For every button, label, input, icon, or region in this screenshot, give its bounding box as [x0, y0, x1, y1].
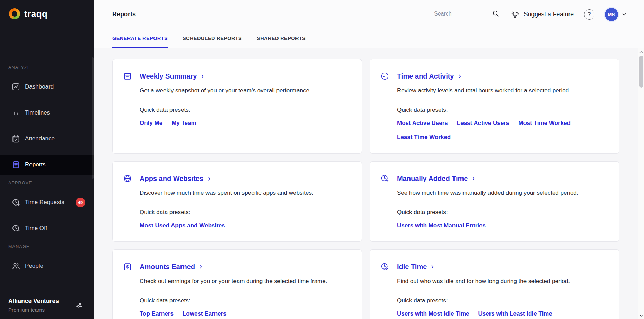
header: Reports Suggest a Feature ? — [94, 0, 644, 29]
chevron-down-icon — [621, 11, 627, 17]
team-settings-button[interactable] — [75, 299, 87, 311]
preset-link[interactable]: Most Used Apps and Websites — [140, 221, 225, 230]
scroll-thumb[interactable] — [639, 56, 643, 88]
card-title-link[interactable]: Weekly Summary — [140, 72, 205, 80]
preset-link[interactable]: My Team — [171, 119, 196, 127]
sidebar-item-time-requests[interactable]: Time Requests 49 — [0, 192, 94, 212]
tab-label: GENERATE REPORTS — [112, 36, 168, 41]
sidebar-item-label: Attendance — [25, 135, 55, 142]
card-title-link[interactable]: Idle Time — [397, 263, 435, 271]
sidebar-scrollbar-thumb[interactable] — [92, 57, 94, 179]
idle-clock-icon — [380, 262, 389, 271]
presets-label: Quick data presets: — [140, 297, 351, 305]
avatar: MS — [605, 8, 618, 21]
sidebar-item-reports[interactable]: Reports — [0, 155, 94, 175]
tab-generate-reports[interactable]: GENERATE REPORTS — [112, 29, 168, 48]
nav-section-analyze: ANALYZE Dashboard Timelines — [0, 65, 94, 175]
preset-link[interactable]: Most Active Users — [397, 119, 448, 127]
sidebar-item-dashboard[interactable]: Dashboard — [0, 77, 94, 97]
preset-link[interactable]: Least Time Worked — [397, 133, 451, 142]
presets-label: Quick data presets: — [140, 208, 351, 217]
sidebar-item-label: Time Off — [25, 225, 47, 232]
team-plan: Premium teams — [8, 307, 59, 313]
card-title-text: Idle Time — [397, 263, 427, 271]
card-title-link[interactable]: Time and Activity — [397, 72, 462, 80]
preset-link[interactable]: Least Active Users — [457, 119, 510, 127]
preset-link[interactable]: Top Earners — [140, 310, 174, 318]
lightbulb-icon — [511, 10, 520, 19]
content: Weekly Summary Get a weekly snapshot of … — [94, 48, 644, 319]
card-apps-and-websites: Apps and Websites Discover how much time… — [112, 161, 362, 242]
presets: Most Active Users Least Active Users Mos… — [397, 119, 609, 142]
card-title-text: Apps and Websites — [140, 175, 203, 183]
reports-icon — [11, 160, 20, 169]
section-label: APPROVE — [0, 181, 94, 185]
card-description: Discover how much time was spent on spec… — [140, 189, 351, 197]
search-input[interactable] — [433, 9, 500, 20]
suggest-feature-button[interactable]: Suggest a Feature — [511, 10, 574, 19]
card-title-link[interactable]: Apps and Websites — [140, 175, 212, 183]
nav-section-approve: APPROVE Time Requests 49 Time Off — [0, 181, 94, 238]
sidebar-item-label: Timelines — [25, 109, 50, 116]
tab-scheduled-reports[interactable]: SCHEDULED REPORTS — [183, 29, 242, 48]
card-title-link[interactable]: Amounts Earned — [140, 263, 203, 271]
tab-label: SHARED REPORTS — [257, 36, 306, 41]
timelines-icon — [11, 108, 20, 117]
card-description: Review activity levels and total hours w… — [397, 86, 609, 95]
sidebar-item-time-off[interactable]: Time Off — [0, 218, 94, 238]
time-requests-count-badge: 49 — [76, 198, 85, 207]
sliders-icon — [75, 301, 84, 310]
chevron-right-icon — [198, 264, 203, 270]
presets-label: Quick data presets: — [140, 106, 351, 114]
team-name: Alliance Ventures — [8, 298, 59, 305]
suggest-feature-label: Suggest a Feature — [524, 11, 574, 18]
search-icon[interactable] — [492, 10, 500, 17]
page-title: Reports — [112, 11, 136, 18]
sidebar-item-attendance[interactable]: Attendance — [0, 129, 94, 149]
preset-link[interactable]: Lowest Earners — [183, 310, 227, 318]
preset-link[interactable]: Most Time Worked — [518, 119, 571, 127]
sidebar-item-label: Time Requests — [25, 199, 64, 206]
card-description: See how much time was manually added dur… — [397, 189, 609, 197]
sidebar-item-timelines[interactable]: Timelines — [0, 103, 94, 123]
sidebar-nav: ANALYZE Dashboard Timelines — [0, 65, 94, 282]
nav-section-manage: MANAGE People — [0, 244, 94, 276]
search — [433, 9, 500, 20]
presets: Most Used Apps and Websites — [140, 221, 351, 230]
presets-label: Quick data presets: — [397, 106, 609, 114]
sidebar-item-label: People — [25, 263, 43, 270]
preset-link[interactable]: Only Me — [140, 119, 162, 127]
header-actions: Suggest a Feature ? MS — [433, 8, 627, 21]
hamburger-icon — [8, 33, 17, 42]
logo-text: traqq — [24, 9, 48, 19]
scroll-up-icon[interactable] — [639, 49, 644, 54]
scrollbar[interactable] — [638, 48, 644, 319]
tab-shared-reports[interactable]: SHARED REPORTS — [257, 29, 306, 48]
card-title-link[interactable]: Manually Added Time — [397, 175, 476, 183]
card-idle-time: Idle Time Find out who was idle and for … — [370, 249, 619, 319]
preset-link[interactable]: Users with Most Idle Time — [397, 310, 469, 318]
preset-link[interactable]: Users with Most Manual Entries — [397, 221, 486, 230]
scroll-down-icon[interactable] — [639, 313, 644, 318]
presets: Top Earners Lowest Earners — [140, 310, 351, 318]
team-switcher[interactable]: Alliance Ventures Premium teams — [0, 292, 94, 319]
sidebar-item-people[interactable]: People — [0, 256, 94, 276]
chevron-right-icon — [430, 264, 435, 270]
card-manually-added-time: Manually Added Time See how much time wa… — [370, 161, 619, 242]
main-area: Reports Suggest a Feature ? — [94, 0, 644, 319]
logo[interactable]: traqq — [0, 0, 94, 26]
clock-icon — [380, 72, 389, 81]
card-amounts-earned: $ Amounts Earned Check out earnings for … — [112, 249, 362, 319]
help-button[interactable]: ? — [584, 9, 594, 20]
report-cards-grid: Weekly Summary Get a weekly snapshot of … — [112, 59, 644, 319]
presets: Users with Most Manual Entries — [397, 221, 609, 230]
menu-toggle-button[interactable] — [8, 32, 19, 42]
user-menu[interactable]: MS — [605, 8, 627, 21]
sidebar: traqq ANALYZE Dashboard — [0, 0, 94, 319]
question-mark-icon: ? — [588, 11, 591, 18]
card-title-text: Manually Added Time — [397, 175, 468, 183]
sidebar-item-label: Dashboard — [25, 83, 54, 90]
preset-link[interactable]: Users with Least Idle Time — [478, 310, 552, 318]
clock-minus-icon — [11, 224, 20, 233]
clock-plus-icon — [11, 198, 20, 207]
